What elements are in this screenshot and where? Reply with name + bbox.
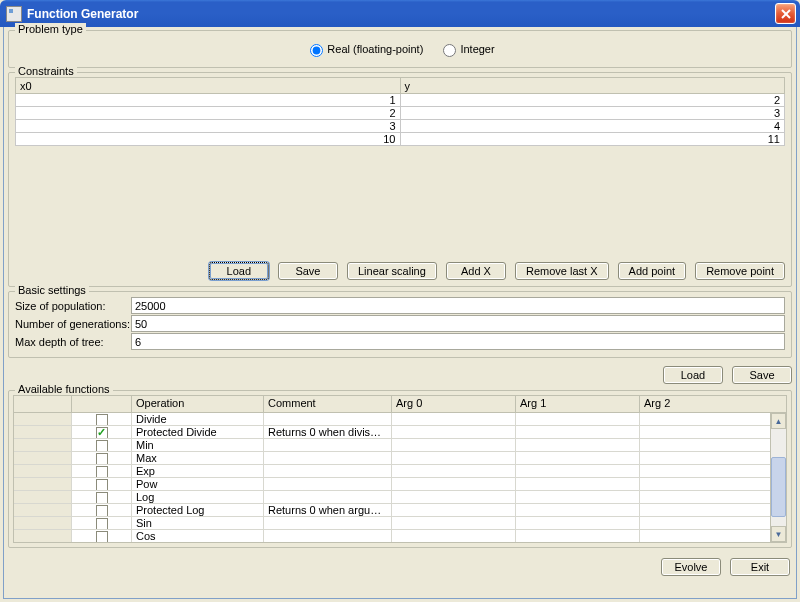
function-row[interactable]: Min — [14, 439, 786, 452]
exit-button[interactable]: Exit — [730, 558, 790, 576]
function-arg1[interactable] — [516, 439, 640, 451]
function-arg1[interactable] — [516, 504, 640, 516]
close-button[interactable] — [775, 3, 796, 24]
function-arg1[interactable] — [516, 452, 640, 464]
generations-input[interactable] — [131, 315, 785, 332]
remove-point-button[interactable]: Remove point — [695, 262, 785, 280]
function-arg0[interactable] — [392, 530, 516, 542]
function-arg1[interactable] — [516, 530, 640, 542]
function-arg0[interactable] — [392, 478, 516, 490]
function-checkbox[interactable] — [96, 440, 108, 451]
function-arg0[interactable] — [392, 517, 516, 529]
scroll-thumb[interactable] — [771, 457, 786, 517]
functions-header-arg0[interactable]: Arg 0 — [392, 396, 516, 412]
remove-last-x-button[interactable]: Remove last X — [515, 262, 609, 280]
constraints-cell-x0[interactable]: 1 — [16, 94, 401, 107]
linear-scaling-button[interactable]: Linear scaling — [347, 262, 437, 280]
function-arg2[interactable] — [640, 426, 786, 438]
constraints-cell-x0[interactable]: 10 — [16, 133, 401, 146]
size-input[interactable] — [131, 297, 785, 314]
function-arg2[interactable] — [640, 478, 786, 490]
function-checkbox-cell[interactable] — [72, 504, 132, 516]
function-arg0[interactable] — [392, 452, 516, 464]
function-arg2[interactable] — [640, 413, 786, 425]
function-checkbox-cell[interactable] — [72, 465, 132, 477]
load-settings-button[interactable]: Load — [663, 366, 723, 384]
constraints-cell-y[interactable]: 3 — [400, 107, 785, 120]
constraints-cell-x0[interactable]: 2 — [16, 107, 401, 120]
function-arg1[interactable] — [516, 465, 640, 477]
functions-header-operation[interactable]: Operation — [132, 396, 264, 412]
functions-header-blank1[interactable] — [14, 396, 72, 412]
radio-real-input[interactable] — [310, 44, 323, 57]
function-row[interactable]: Cos — [14, 530, 786, 543]
functions-table[interactable]: Operation Comment Arg 0 Arg 1 Arg 2 Divi… — [13, 395, 787, 543]
function-row[interactable]: Max — [14, 452, 786, 465]
scroll-track[interactable] — [771, 429, 786, 526]
constraints-row[interactable]: 34 — [16, 120, 785, 133]
constraints-row[interactable]: 12 — [16, 94, 785, 107]
function-checkbox[interactable] — [96, 531, 108, 542]
function-row[interactable]: Protected DivideReturns 0 when divisor i… — [14, 426, 786, 439]
constraints-header-y[interactable]: y — [400, 78, 785, 94]
constraints-row[interactable]: 23 — [16, 107, 785, 120]
function-checkbox[interactable] — [96, 427, 108, 438]
function-arg1[interactable] — [516, 491, 640, 503]
function-arg2[interactable] — [640, 452, 786, 464]
constraints-row[interactable]: 1011 — [16, 133, 785, 146]
evolve-button[interactable]: Evolve — [661, 558, 721, 576]
function-arg0[interactable] — [392, 413, 516, 425]
add-point-button[interactable]: Add point — [618, 262, 686, 280]
function-row[interactable]: Pow — [14, 478, 786, 491]
function-arg0[interactable] — [392, 504, 516, 516]
function-arg1[interactable] — [516, 517, 640, 529]
function-checkbox-cell[interactable] — [72, 517, 132, 529]
function-arg0[interactable] — [392, 491, 516, 503]
function-arg2[interactable] — [640, 465, 786, 477]
save-settings-button[interactable]: Save — [732, 366, 792, 384]
constraints-table[interactable]: x0 y 1223341011 — [15, 77, 785, 146]
function-arg1[interactable] — [516, 413, 640, 425]
function-checkbox-cell[interactable] — [72, 439, 132, 451]
functions-header-arg2[interactable]: Arg 2 — [640, 396, 786, 412]
function-checkbox[interactable] — [96, 518, 108, 529]
function-row[interactable]: Exp — [14, 465, 786, 478]
function-checkbox-cell[interactable] — [72, 413, 132, 425]
function-arg2[interactable] — [640, 517, 786, 529]
constraints-cell-x0[interactable]: 3 — [16, 120, 401, 133]
function-arg1[interactable] — [516, 478, 640, 490]
load-constraints-button[interactable]: Load — [209, 262, 269, 280]
function-checkbox-cell[interactable] — [72, 426, 132, 438]
save-constraints-button[interactable]: Save — [278, 262, 338, 280]
radio-integer[interactable]: Integer — [438, 41, 494, 57]
function-checkbox-cell[interactable] — [72, 452, 132, 464]
depth-input[interactable] — [131, 333, 785, 350]
function-checkbox-cell[interactable] — [72, 530, 132, 542]
function-arg0[interactable] — [392, 439, 516, 451]
function-row[interactable]: Divide — [14, 413, 786, 426]
function-arg0[interactable] — [392, 465, 516, 477]
functions-header-comment[interactable]: Comment — [264, 396, 392, 412]
function-checkbox[interactable] — [96, 414, 108, 425]
scroll-down-button[interactable]: ▼ — [771, 526, 786, 542]
function-checkbox[interactable] — [96, 466, 108, 477]
function-arg2[interactable] — [640, 439, 786, 451]
function-row[interactable]: Protected LogReturns 0 when argument is … — [14, 504, 786, 517]
functions-header-arg1[interactable]: Arg 1 — [516, 396, 640, 412]
function-checkbox-cell[interactable] — [72, 478, 132, 490]
radio-integer-input[interactable] — [443, 44, 456, 57]
functions-scrollbar[interactable]: ▲ ▼ — [770, 413, 786, 542]
constraints-cell-y[interactable]: 4 — [400, 120, 785, 133]
function-row[interactable]: Log — [14, 491, 786, 504]
function-checkbox-cell[interactable] — [72, 491, 132, 503]
radio-real[interactable]: Real (floating-point) — [305, 41, 423, 57]
function-checkbox[interactable] — [96, 453, 108, 464]
function-arg2[interactable] — [640, 491, 786, 503]
function-arg2[interactable] — [640, 504, 786, 516]
function-arg0[interactable] — [392, 426, 516, 438]
function-arg1[interactable] — [516, 426, 640, 438]
constraints-cell-y[interactable]: 11 — [400, 133, 785, 146]
constraints-cell-y[interactable]: 2 — [400, 94, 785, 107]
constraints-header-x0[interactable]: x0 — [16, 78, 401, 94]
function-checkbox[interactable] — [96, 505, 108, 516]
